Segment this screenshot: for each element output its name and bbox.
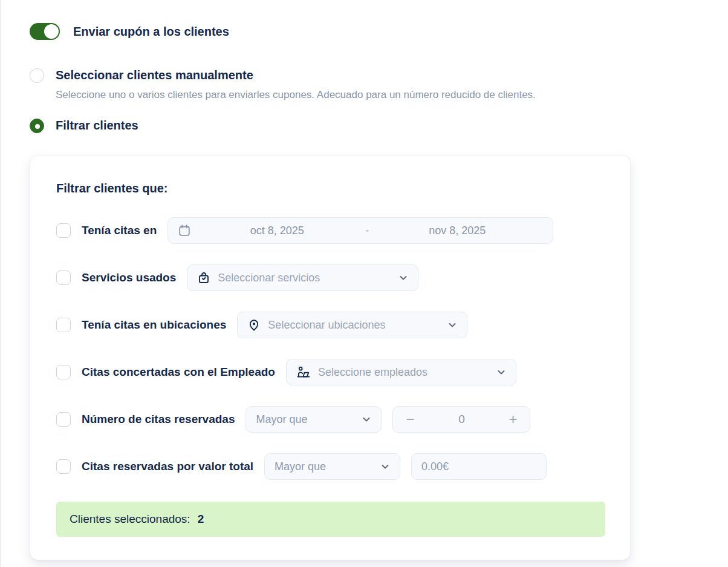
filter-clients-card: Filtrar clientes que: Tenía citas en oct… bbox=[30, 155, 631, 560]
bag-check-icon bbox=[197, 271, 210, 284]
locations-placeholder: Seleccionar ubicaciones bbox=[268, 319, 440, 332]
send-coupon-toggle-row: Enviar cupón a los clientes bbox=[30, 23, 728, 40]
date-start-value[interactable]: oct 8, 2025 bbox=[191, 225, 363, 237]
filter-row-locations: Tenía citas en ubicaciones Seleccionar u… bbox=[56, 312, 604, 338]
count-operator-select[interactable]: Mayor que bbox=[245, 406, 382, 433]
locations-label: Tenía citas en ubicaciones bbox=[82, 318, 226, 332]
employee-label: Citas concertadas con el Empleado bbox=[82, 365, 275, 379]
chevron-down-icon bbox=[496, 367, 506, 377]
value-operator-select[interactable]: Mayor que bbox=[264, 453, 400, 480]
count-stepper: − 0 + bbox=[392, 406, 530, 433]
services-placeholder: Seleccionar servicios bbox=[218, 272, 391, 284]
chevron-down-icon bbox=[362, 415, 371, 424]
stepper-increment-button[interactable]: + bbox=[504, 412, 521, 427]
total-value-input[interactable] bbox=[412, 454, 546, 479]
stepper-decrement-button[interactable]: − bbox=[401, 412, 418, 427]
checkbox-total-value[interactable] bbox=[56, 459, 71, 474]
checkbox-locations[interactable] bbox=[56, 318, 71, 332]
locations-dropdown[interactable]: Seleccionar ubicaciones bbox=[237, 312, 467, 338]
filter-row-total-value: Citas reservadas por valor total Mayor q… bbox=[56, 453, 604, 480]
date-range-picker[interactable]: oct 8, 2025 - nov 8, 2025 bbox=[167, 217, 553, 244]
chevron-down-icon bbox=[447, 320, 457, 330]
toggle-knob bbox=[44, 24, 59, 39]
calendar-icon bbox=[178, 224, 191, 237]
filter-row-appointments-count: Número de citas reservadas Mayor que − 0… bbox=[56, 406, 604, 433]
stepper-value[interactable]: 0 bbox=[418, 413, 504, 426]
checkbox-employee[interactable] bbox=[56, 365, 71, 379]
radio-filter-checked[interactable] bbox=[30, 119, 44, 133]
filter-row-employee: Citas concertadas con el Empleado Selecc… bbox=[56, 359, 604, 385]
option-filter-label: Filtrar clientes bbox=[56, 118, 138, 133]
total-value-field bbox=[411, 453, 547, 480]
filter-row-services-used: Servicios usados Seleccionar servicios bbox=[56, 264, 604, 291]
radio-manual-unchecked[interactable] bbox=[30, 68, 44, 83]
checkbox-had-appointments[interactable] bbox=[56, 223, 71, 238]
option-manual-description: Seleccione uno o varios clientes para en… bbox=[56, 88, 536, 102]
option-manual-label: Seleccionar clientes manualmente bbox=[56, 68, 536, 83]
chevron-down-icon bbox=[380, 462, 390, 471]
option-filter-clients[interactable]: Filtrar clientes bbox=[30, 118, 728, 133]
employee-icon bbox=[296, 365, 311, 379]
appointments-count-label: Número de citas reservadas bbox=[82, 413, 235, 426]
send-coupon-section: Enviar cupón a los clientes Seleccionar … bbox=[0, 0, 728, 567]
chevron-down-icon bbox=[398, 273, 408, 283]
option-select-manually[interactable]: Seleccionar clientes manualmente Selecci… bbox=[30, 68, 728, 102]
location-pin-icon bbox=[247, 318, 261, 332]
summary-label: Clientes seleccionados: bbox=[70, 513, 190, 526]
value-operator-value: Mayor que bbox=[275, 460, 373, 473]
send-coupon-toggle-label: Enviar cupón a los clientes bbox=[73, 25, 229, 39]
employees-dropdown[interactable]: Seleccione empleados bbox=[286, 359, 516, 385]
summary-count: 2 bbox=[198, 513, 204, 526]
count-operator-value: Mayor que bbox=[256, 413, 354, 426]
employees-placeholder: Seleccione empleados bbox=[318, 366, 489, 379]
checkbox-appointments-count[interactable] bbox=[56, 412, 71, 427]
send-coupon-toggle[interactable] bbox=[30, 23, 60, 40]
services-dropdown[interactable]: Seleccionar servicios bbox=[187, 264, 418, 291]
filter-row-had-appointments: Tenía citas en oct 8, 2025 - nov 8, 2025 bbox=[56, 217, 604, 244]
date-end-value[interactable]: nov 8, 2025 bbox=[371, 225, 543, 237]
filter-card-title: Filtrar clientes que: bbox=[56, 182, 604, 195]
selected-clients-summary: Clientes seleccionados: 2 bbox=[56, 502, 605, 537]
date-range-separator: - bbox=[363, 225, 371, 237]
checkbox-services-used[interactable] bbox=[56, 270, 71, 285]
total-value-label: Citas reservadas por valor total bbox=[82, 460, 253, 473]
had-appointments-label: Tenía citas en bbox=[82, 224, 157, 237]
services-used-label: Servicios usados bbox=[82, 271, 176, 284]
